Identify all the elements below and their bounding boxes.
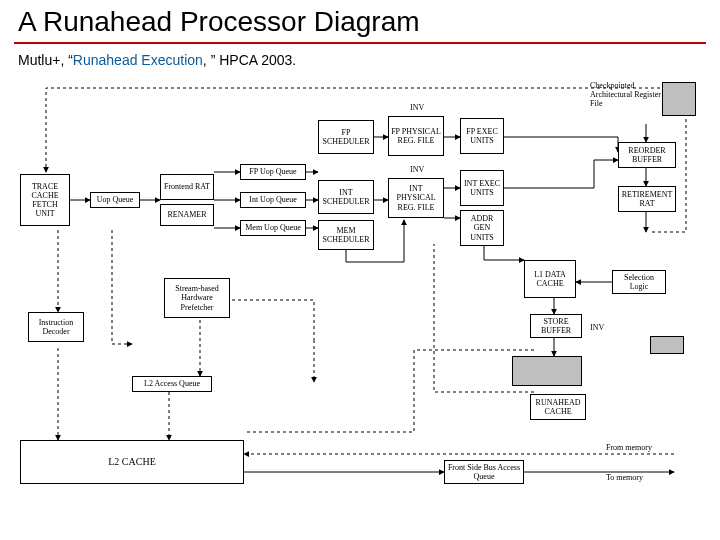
mem-uop-queue: Mem Uop Queue [240, 220, 306, 236]
instruction-decoder: Instruction Decoder [28, 312, 84, 342]
to-memory-label: To memory [606, 474, 643, 483]
checkpointed-arch-regfile-block [662, 82, 696, 116]
trace-cache-fetch-unit: TRACE CACHE FETCH UNIT [20, 174, 70, 226]
inv-label-int: INV [410, 166, 424, 175]
runahead-cache: RUNAHEAD CACHE [530, 394, 586, 420]
int-scheduler: INT SCHEDULER [318, 180, 374, 214]
int-exec-units: INT EXEC UNITS [460, 170, 504, 206]
fp-uop-queue: FP Uop Queue [240, 164, 306, 180]
checkpointed-arch-regfile-label: Checkpointed Architectural Register File [590, 82, 662, 108]
addr-gen-units: ADDR GEN UNITS [460, 210, 504, 246]
l2-access-queue: L2 Access Queue [132, 376, 212, 392]
l1-data-cache: L1 DATA CACHE [524, 260, 576, 298]
inv-label-store: INV [590, 324, 604, 333]
reorder-buffer: REORDER BUFFER [618, 142, 676, 168]
processor-diagram: TRACE CACHE FETCH UNIT Uop Queue Fronten… [14, 82, 706, 530]
int-uop-queue: Int Uop Queue [240, 192, 306, 208]
citation-suffix: , ” HPCA 2003. [203, 52, 296, 68]
citation-link: Runahead Execution [73, 52, 203, 68]
l2-cache: L2 CACHE [20, 440, 244, 484]
unlabeled-gray-block [512, 356, 582, 386]
uop-queue: Uop Queue [90, 192, 140, 208]
slide-title: A Runahead Processor Diagram [18, 6, 420, 38]
mem-scheduler: MEM SCHEDULER [318, 220, 374, 250]
store-buffer: STORE BUFFER [530, 314, 582, 338]
front-side-bus-access-queue: Front Side Bus Access Queue [444, 460, 524, 484]
fp-physical-reg-file: FP PHYSICAL REG. FILE [388, 116, 444, 156]
fp-exec-units: FP EXEC UNITS [460, 118, 504, 154]
frontend-rat: Frontend RAT [160, 174, 214, 200]
citation-prefix: Mutlu+, “ [18, 52, 73, 68]
stream-prefetcher: Stream-based Hardware Prefetcher [164, 278, 230, 318]
from-memory-label: From memory [606, 444, 652, 453]
small-gray-block [650, 336, 684, 354]
fp-scheduler: FP SCHEDULER [318, 120, 374, 154]
retirement-rat: RETIREMENT RAT [618, 186, 676, 212]
title-underline [14, 42, 706, 44]
inv-label-fp: INV [410, 104, 424, 113]
selection-logic: Selection Logic [612, 270, 666, 294]
citation: Mutlu+, “Runahead Execution, ” HPCA 2003… [18, 52, 296, 68]
int-physical-reg-file: INT PHYSICAL REG. FILE [388, 178, 444, 218]
renamer: RENAMER [160, 204, 214, 226]
